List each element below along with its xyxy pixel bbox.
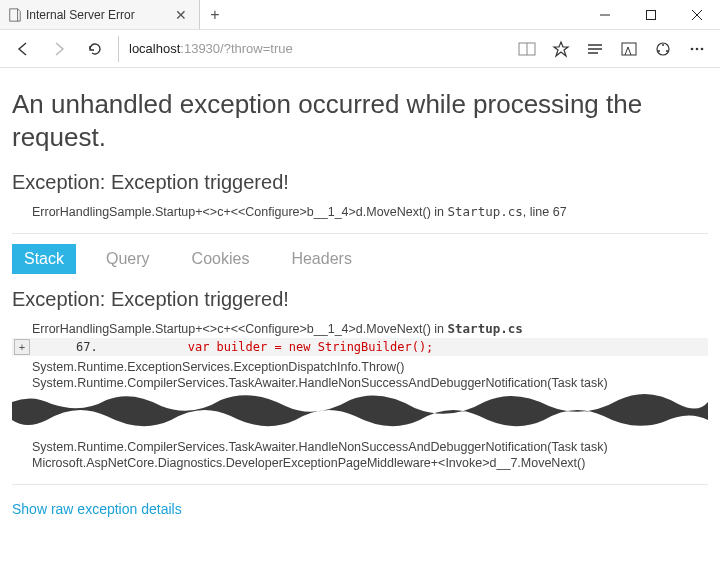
stack-frame-2: System.Runtime.CompilerServices.TaskAwai…	[32, 376, 708, 390]
show-raw-exception-link[interactable]: Show raw exception details	[0, 495, 720, 529]
torn-edge-graphic	[12, 390, 708, 430]
new-tab-button[interactable]: +	[200, 0, 230, 29]
detail-tabs: Stack Query Cookies Headers	[12, 244, 708, 274]
maximize-button[interactable]	[628, 0, 674, 29]
forward-button[interactable]	[42, 34, 76, 64]
page-title: An unhandled exception occurred while pr…	[12, 88, 708, 153]
frame-line-prefix: , line	[523, 205, 553, 219]
page-icon	[8, 8, 22, 22]
frame-method: ErrorHandlingSample.Startup+<>c+<<Config…	[32, 205, 448, 219]
frame-file: Startup.cs	[448, 321, 523, 336]
svg-rect-0	[10, 8, 18, 20]
window-buttons	[582, 0, 720, 29]
reading-view-icon[interactable]	[510, 34, 544, 64]
refresh-button[interactable]	[78, 34, 112, 64]
browser-toolbar: localhost:13930/?throw=true	[0, 30, 720, 68]
frame-file: Startup.cs	[448, 204, 523, 219]
svg-point-15	[691, 47, 694, 50]
page-content: An unhandled exception occurred while pr…	[0, 68, 720, 485]
divider	[12, 484, 708, 485]
stack-frames-lower: System.Runtime.CompilerServices.TaskAwai…	[12, 440, 708, 470]
tab-stack[interactable]: Stack	[12, 244, 76, 274]
close-window-button[interactable]	[674, 0, 720, 29]
minimize-button[interactable]	[582, 0, 628, 29]
more-icon[interactable]	[680, 34, 714, 64]
share-icon[interactable]	[646, 34, 680, 64]
window-titlebar: Internal Server Error ✕ +	[0, 0, 720, 30]
source-line-row: + 67. var builder = new StringBuilder();	[12, 338, 708, 356]
address-bar[interactable]: localhost:13930/?throw=true	[118, 36, 504, 62]
stack-frame-4: Microsoft.AspNetCore.Diagnostics.Develop…	[32, 456, 708, 470]
url-rest: :13930/?throw=true	[180, 41, 292, 56]
expand-source-button[interactable]: +	[14, 339, 30, 355]
svg-point-13	[658, 50, 660, 52]
frame-method: ErrorHandlingSample.Startup+<>c+<<Config…	[32, 322, 448, 336]
favorite-icon[interactable]	[544, 34, 578, 64]
svg-point-14	[666, 50, 668, 52]
divider	[12, 233, 708, 234]
tab-cookies[interactable]: Cookies	[180, 244, 262, 274]
tab-title: Internal Server Error	[26, 8, 167, 22]
source-line-number: 67.	[76, 340, 98, 354]
stack-frame-0: ErrorHandlingSample.Startup+<>c+<<Config…	[32, 321, 708, 336]
tab-query[interactable]: Query	[94, 244, 162, 274]
svg-point-16	[696, 47, 699, 50]
stack-frame-3: System.Runtime.CompilerServices.TaskAwai…	[32, 440, 708, 454]
svg-point-12	[662, 44, 664, 46]
browser-tab[interactable]: Internal Server Error ✕	[0, 0, 200, 29]
exception-heading: Exception: Exception triggered!	[12, 171, 708, 194]
stack-frames: ErrorHandlingSample.Startup+<>c+<<Config…	[12, 321, 708, 390]
top-stack-frame: ErrorHandlingSample.Startup+<>c+<<Config…	[12, 204, 708, 219]
back-button[interactable]	[6, 34, 40, 64]
source-code-line: var builder = new StringBuilder();	[188, 340, 434, 354]
webnote-icon[interactable]	[612, 34, 646, 64]
toolbar-actions	[510, 34, 714, 64]
tab-headers[interactable]: Headers	[279, 244, 363, 274]
svg-point-17	[701, 47, 704, 50]
hub-icon[interactable]	[578, 34, 612, 64]
url-host: localhost	[129, 41, 180, 56]
svg-rect-2	[647, 10, 656, 19]
frame-line-number: 67	[553, 205, 567, 219]
stack-frame-1: System.Runtime.ExceptionServices.Excepti…	[32, 360, 708, 374]
tab-close-icon[interactable]: ✕	[171, 7, 191, 23]
stack-exception-heading: Exception: Exception triggered!	[12, 288, 708, 311]
